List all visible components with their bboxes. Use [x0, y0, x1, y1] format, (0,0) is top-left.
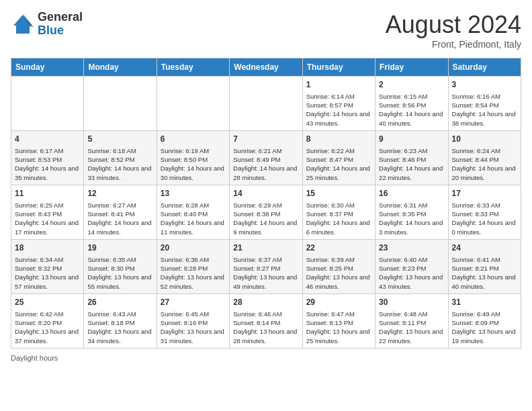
- day-number: 29: [306, 297, 371, 308]
- day-info: Sunrise: 6:34 AM Sunset: 8:32 PM Dayligh…: [15, 255, 80, 291]
- calendar-cell: 3Sunrise: 6:16 AM Sunset: 8:54 PM Daylig…: [448, 77, 521, 131]
- footer-text: Daylight hours: [11, 354, 58, 362]
- calendar-cell: 19Sunrise: 6:35 AM Sunset: 8:30 PM Dayli…: [84, 239, 157, 293]
- calendar-cell: 15Sunrise: 6:30 AM Sunset: 8:37 PM Dayli…: [302, 185, 375, 239]
- calendar-cell: 7Sunrise: 6:21 AM Sunset: 8:49 PM Daylig…: [230, 130, 302, 185]
- day-number: 8: [306, 134, 371, 145]
- calendar-cell: 21Sunrise: 6:37 AM Sunset: 8:27 PM Dayli…: [230, 239, 302, 293]
- logo-icon: [11, 12, 35, 36]
- day-number: 14: [233, 188, 298, 199]
- day-number: 12: [87, 188, 152, 199]
- week-row-1: 1Sunrise: 6:14 AM Sunset: 8:57 PM Daylig…: [11, 77, 521, 131]
- day-info: Sunrise: 6:27 AM Sunset: 8:41 PM Dayligh…: [87, 201, 152, 236]
- day-info: Sunrise: 6:25 AM Sunset: 8:43 PM Dayligh…: [15, 201, 80, 236]
- calendar-cell: 9Sunrise: 6:23 AM Sunset: 8:46 PM Daylig…: [375, 130, 448, 185]
- logo-general-text: General: [38, 11, 83, 24]
- calendar-cell: 29Sunrise: 6:47 AM Sunset: 8:13 PM Dayli…: [302, 293, 375, 348]
- day-info: Sunrise: 6:14 AM Sunset: 8:57 PM Dayligh…: [306, 92, 371, 128]
- calendar-cell: 28Sunrise: 6:46 AM Sunset: 8:14 PM Dayli…: [230, 293, 302, 348]
- calendar-cell: 13Sunrise: 6:28 AM Sunset: 8:40 PM Dayli…: [157, 185, 229, 239]
- day-info: Sunrise: 6:37 AM Sunset: 8:27 PM Dayligh…: [233, 255, 298, 291]
- week-row-3: 11Sunrise: 6:25 AM Sunset: 8:43 PM Dayli…: [11, 185, 521, 239]
- day-number: 13: [161, 188, 226, 199]
- calendar-cell: [11, 77, 84, 131]
- footer: Daylight hours: [11, 354, 521, 362]
- header-day-thursday: Thursday: [302, 58, 375, 77]
- day-number: 17: [452, 188, 517, 199]
- day-info: Sunrise: 6:39 AM Sunset: 8:25 PM Dayligh…: [306, 255, 371, 291]
- calendar-cell: 14Sunrise: 6:29 AM Sunset: 8:38 PM Dayli…: [230, 185, 302, 239]
- day-number: 30: [379, 297, 444, 308]
- day-info: Sunrise: 6:17 AM Sunset: 8:53 PM Dayligh…: [15, 146, 80, 182]
- calendar-header: SundayMondayTuesdayWednesdayThursdayFrid…: [11, 58, 521, 77]
- day-info: Sunrise: 6:23 AM Sunset: 8:46 PM Dayligh…: [379, 146, 444, 182]
- calendar-cell: 18Sunrise: 6:34 AM Sunset: 8:32 PM Dayli…: [11, 239, 84, 293]
- day-number: 28: [233, 297, 298, 308]
- day-number: 15: [306, 188, 371, 199]
- day-number: 22: [306, 242, 371, 254]
- day-info: Sunrise: 6:31 AM Sunset: 8:35 PM Dayligh…: [379, 201, 444, 236]
- header-day-saturday: Saturday: [448, 58, 521, 77]
- day-info: Sunrise: 6:21 AM Sunset: 8:49 PM Dayligh…: [233, 146, 298, 182]
- calendar-cell: 11Sunrise: 6:25 AM Sunset: 8:43 PM Dayli…: [11, 185, 84, 239]
- day-info: Sunrise: 6:19 AM Sunset: 8:50 PM Dayligh…: [161, 146, 226, 182]
- header-day-sunday: Sunday: [11, 58, 84, 77]
- day-number: 16: [379, 188, 444, 199]
- calendar-cell: 20Sunrise: 6:36 AM Sunset: 8:28 PM Dayli…: [157, 239, 229, 293]
- calendar-cell: 31Sunrise: 6:49 AM Sunset: 8:09 PM Dayli…: [448, 293, 521, 348]
- day-number: 21: [233, 242, 298, 254]
- day-number: 3: [452, 79, 517, 91]
- day-info: Sunrise: 6:28 AM Sunset: 8:40 PM Dayligh…: [161, 201, 226, 236]
- day-info: Sunrise: 6:24 AM Sunset: 8:44 PM Dayligh…: [452, 146, 517, 182]
- calendar-cell: 2Sunrise: 6:15 AM Sunset: 8:56 PM Daylig…: [375, 77, 448, 131]
- week-row-2: 4Sunrise: 6:17 AM Sunset: 8:53 PM Daylig…: [11, 130, 521, 185]
- day-info: Sunrise: 6:43 AM Sunset: 8:18 PM Dayligh…: [87, 310, 152, 345]
- day-number: 24: [452, 242, 517, 254]
- day-info: Sunrise: 6:18 AM Sunset: 8:52 PM Dayligh…: [87, 146, 152, 182]
- calendar-cell: 8Sunrise: 6:22 AM Sunset: 8:47 PM Daylig…: [302, 130, 375, 185]
- day-number: 25: [15, 297, 80, 308]
- day-number: 18: [15, 242, 80, 254]
- calendar-cell: 5Sunrise: 6:18 AM Sunset: 8:52 PM Daylig…: [84, 130, 157, 185]
- day-number: 2: [379, 79, 444, 91]
- day-info: Sunrise: 6:48 AM Sunset: 8:11 PM Dayligh…: [379, 310, 444, 345]
- day-number: 6: [161, 134, 226, 145]
- calendar-table: SundayMondayTuesdayWednesdayThursdayFrid…: [11, 58, 521, 349]
- calendar-cell: 23Sunrise: 6:40 AM Sunset: 8:23 PM Dayli…: [375, 239, 448, 293]
- day-info: Sunrise: 6:36 AM Sunset: 8:28 PM Dayligh…: [161, 255, 226, 291]
- calendar-cell: 25Sunrise: 6:42 AM Sunset: 8:20 PM Dayli…: [11, 293, 84, 348]
- day-number: 23: [379, 242, 444, 254]
- header-day-monday: Monday: [84, 58, 157, 77]
- day-info: Sunrise: 6:49 AM Sunset: 8:09 PM Dayligh…: [452, 310, 517, 345]
- day-info: Sunrise: 6:42 AM Sunset: 8:20 PM Dayligh…: [15, 310, 80, 345]
- day-number: 7: [233, 134, 298, 145]
- calendar-cell: [230, 77, 302, 131]
- week-row-5: 25Sunrise: 6:42 AM Sunset: 8:20 PM Dayli…: [11, 293, 521, 348]
- day-info: Sunrise: 6:47 AM Sunset: 8:13 PM Dayligh…: [306, 310, 371, 345]
- day-info: Sunrise: 6:46 AM Sunset: 8:14 PM Dayligh…: [233, 310, 298, 345]
- title-block: August 2024 Front, Piedmont, Italy: [386, 11, 521, 50]
- calendar-cell: 30Sunrise: 6:48 AM Sunset: 8:11 PM Dayli…: [375, 293, 448, 348]
- day-number: 4: [15, 134, 80, 145]
- calendar-cell: 10Sunrise: 6:24 AM Sunset: 8:44 PM Dayli…: [448, 130, 521, 185]
- day-number: 1: [306, 79, 371, 91]
- header-day-friday: Friday: [375, 58, 448, 77]
- day-info: Sunrise: 6:29 AM Sunset: 8:38 PM Dayligh…: [233, 201, 298, 236]
- day-number: 10: [452, 134, 517, 145]
- header-row: SundayMondayTuesdayWednesdayThursdayFrid…: [11, 58, 521, 77]
- calendar-body: 1Sunrise: 6:14 AM Sunset: 8:57 PM Daylig…: [11, 77, 521, 349]
- calendar-cell: 6Sunrise: 6:19 AM Sunset: 8:50 PM Daylig…: [157, 130, 229, 185]
- header-day-wednesday: Wednesday: [230, 58, 302, 77]
- day-number: 11: [15, 188, 80, 199]
- logo-blue-text: Blue: [38, 24, 83, 38]
- main-title: August 2024: [386, 11, 521, 39]
- calendar-cell: 27Sunrise: 6:45 AM Sunset: 8:16 PM Dayli…: [157, 293, 229, 348]
- calendar-cell: 26Sunrise: 6:43 AM Sunset: 8:18 PM Dayli…: [84, 293, 157, 348]
- calendar-cell: [157, 77, 229, 131]
- calendar-cell: 22Sunrise: 6:39 AM Sunset: 8:25 PM Dayli…: [302, 239, 375, 293]
- day-info: Sunrise: 6:41 AM Sunset: 8:21 PM Dayligh…: [452, 255, 517, 291]
- calendar-cell: 17Sunrise: 6:33 AM Sunset: 8:33 PM Dayli…: [448, 185, 521, 239]
- calendar-cell: 4Sunrise: 6:17 AM Sunset: 8:53 PM Daylig…: [11, 130, 84, 185]
- day-number: 9: [379, 134, 444, 145]
- day-info: Sunrise: 6:15 AM Sunset: 8:56 PM Dayligh…: [379, 92, 444, 128]
